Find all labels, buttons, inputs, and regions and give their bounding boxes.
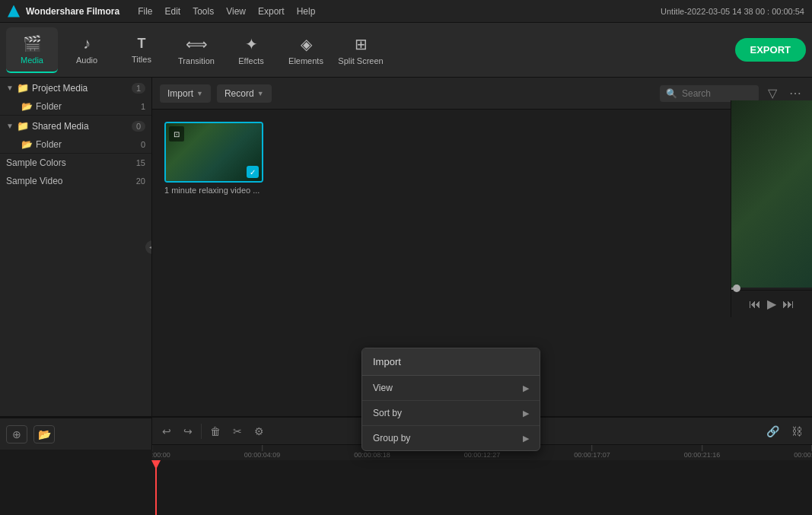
link-button[interactable]: ⛓	[788, 423, 806, 440]
tab-audio[interactable]: ♪ Audio	[61, 27, 113, 73]
cursor-head	[151, 460, 161, 469]
shared-folder-label: Folder	[36, 139, 138, 150]
project-media-folder-icon: 📁	[17, 82, 29, 94]
effects-icon: ✦	[245, 35, 258, 53]
search-input[interactable]	[682, 88, 750, 99]
app-name: Wondershare Filmora	[26, 6, 119, 17]
context-menu-sortby[interactable]: Sort by ▶	[362, 401, 540, 425]
tab-audio-label: Audio	[76, 56, 97, 65]
context-menu-groupby[interactable]: Group by ▶	[362, 426, 540, 450]
tab-splitscreen[interactable]: ⊞ Split Screen	[335, 27, 387, 73]
titlebar: Wondershare Filmora File Edit Tools View…	[0, 0, 812, 23]
media-toolbar: Import ▼ Record ▼ 🔍 ▽ ⋯	[152, 78, 812, 110]
redo-button[interactable]: ↪	[180, 423, 196, 440]
main-toolbar: 🎬 Media ♪ Audio T Titles ⟺ Transition ✦ …	[0, 23, 812, 78]
record-button[interactable]: Record ▼	[217, 84, 272, 103]
context-sortby-arrow: ▶	[523, 409, 529, 418]
new-folder-button[interactable]: 📂	[33, 425, 55, 443]
context-groupby-arrow: ▶	[523, 434, 529, 443]
delete-button[interactable]: 🗑	[206, 423, 224, 440]
sample-colors-count: 15	[136, 158, 145, 167]
add-media-icon: ⊕	[12, 428, 21, 440]
toolbar-separator-1	[201, 424, 202, 439]
sidebar-sample-colors[interactable]: Sample Colors 15	[0, 154, 151, 172]
expand-arrow-project: ▼	[6, 84, 14, 92]
export-button[interactable]: EXPORT	[735, 38, 806, 62]
tab-titles-label: Titles	[132, 55, 151, 64]
project-folder-count: 1	[141, 102, 145, 111]
search-box[interactable]: 🔍	[660, 85, 759, 102]
import-button[interactable]: Import ▼	[160, 84, 211, 103]
preview-controls: ⏮ ▶ ⏭	[731, 290, 812, 317]
new-folder-icon: 📂	[38, 428, 51, 440]
sidebar-project-folder[interactable]: 📂 Folder 1	[0, 98, 151, 115]
context-menu-header: Import	[362, 348, 540, 376]
menu-tools[interactable]: Tools	[193, 6, 214, 17]
menu-bar: File Edit Tools View Export Help	[138, 6, 315, 17]
sidebar-sample-video[interactable]: Sample Video 20	[0, 172, 151, 190]
ruler-timestamp: 00:00:00:00	[152, 445, 170, 459]
shared-folder-count: 0	[141, 140, 145, 149]
context-menu: Import View ▶ Sort by ▶ Group by ▶	[361, 348, 540, 451]
tab-splitscreen-label: Split Screen	[338, 56, 383, 65]
menu-export[interactable]: Export	[258, 6, 285, 17]
ruler-timestamp: 00:00:17:07	[574, 445, 610, 459]
splitscreen-icon: ⊞	[355, 35, 368, 53]
menu-file[interactable]: File	[138, 6, 152, 17]
record-label: Record	[224, 88, 254, 99]
project-media-count: 1	[132, 83, 145, 94]
project-media-label: Project Media	[32, 83, 129, 94]
context-view-label: View	[373, 383, 523, 393]
preview-next-button[interactable]: ⏭	[782, 297, 794, 311]
preview-video	[731, 100, 812, 288]
sidebar-collapse-arrow[interactable]: ◀	[145, 240, 152, 254]
preview-progress-bar[interactable]	[731, 288, 812, 290]
import-chevron-icon: ▼	[196, 90, 203, 97]
tab-media-label: Media	[21, 56, 43, 65]
media-icon: 🎬	[23, 34, 42, 52]
preview-thumbnail	[731, 100, 812, 288]
ruler-timestamp: 00:00:21:16	[684, 445, 721, 459]
context-view-arrow: ▶	[523, 383, 529, 393]
shared-media-label: Shared Media	[32, 121, 129, 132]
folder-icon: 📂	[21, 101, 33, 112]
preview-area: ⏮ ▶ ⏭	[731, 100, 812, 317]
sidebar-footer: ⊕ 📂	[0, 418, 152, 450]
media-item-label-1: 1 minute relaxing video ...	[164, 186, 263, 195]
menu-help[interactable]: Help	[297, 6, 316, 17]
cut-button[interactable]: ✂	[229, 423, 246, 440]
sidebar-project-media-header[interactable]: ▼ 📁 Project Media 1	[0, 78, 151, 98]
expand-arrow-shared: ▼	[6, 122, 14, 130]
media-thumb-1: ⊡ ✓	[164, 122, 263, 183]
titles-icon: T	[138, 36, 146, 52]
tab-media[interactable]: 🎬 Media	[6, 27, 58, 73]
sidebar: ▼ 📁 Project Media 1 📂 Folder 1 ▼ 📁 Share…	[0, 78, 152, 416]
audio-icon: ♪	[83, 35, 91, 52]
preview-play-button[interactable]: ▶	[767, 297, 776, 311]
media-overlay-icon: ⊡	[169, 126, 184, 141]
context-menu-view[interactable]: View ▶	[362, 376, 540, 400]
snap-button[interactable]: 🔗	[763, 423, 783, 440]
tab-effects[interactable]: ✦ Effects	[225, 27, 277, 73]
timeline-tracks[interactable]	[152, 460, 812, 515]
shared-folder-icon: 📂	[21, 139, 33, 150]
undo-button[interactable]: ↩	[158, 423, 175, 440]
preview-prev-button[interactable]: ⏮	[749, 297, 761, 311]
sidebar-section-shared-media: ▼ 📁 Shared Media 0 📂 Folder 0	[0, 116, 151, 154]
sidebar-shared-folder[interactable]: 📂 Folder 0	[0, 136, 151, 153]
tab-titles[interactable]: T Titles	[116, 27, 167, 73]
sidebar-shared-media-header[interactable]: ▼ 📁 Shared Media 0	[0, 116, 151, 136]
tab-effects-label: Effects	[238, 56, 263, 65]
context-sortby-label: Sort by	[373, 408, 523, 418]
add-media-button[interactable]: ⊕	[6, 425, 27, 443]
tab-elements[interactable]: ◈ Elements	[280, 27, 332, 73]
menu-view[interactable]: View	[226, 6, 246, 17]
tab-elements-label: Elements	[288, 56, 323, 65]
menu-edit[interactable]: Edit	[164, 6, 180, 17]
adjust-button[interactable]: ⚙	[250, 423, 268, 440]
tab-transition[interactable]: ⟺ Transition	[170, 27, 222, 73]
media-check-icon: ✓	[247, 166, 259, 178]
media-item-1[interactable]: ⊡ ✓ 1 minute relaxing video ...	[164, 122, 263, 195]
ruler-timestamp: 00:00:25:25	[794, 445, 812, 459]
transition-icon: ⟺	[186, 35, 208, 53]
